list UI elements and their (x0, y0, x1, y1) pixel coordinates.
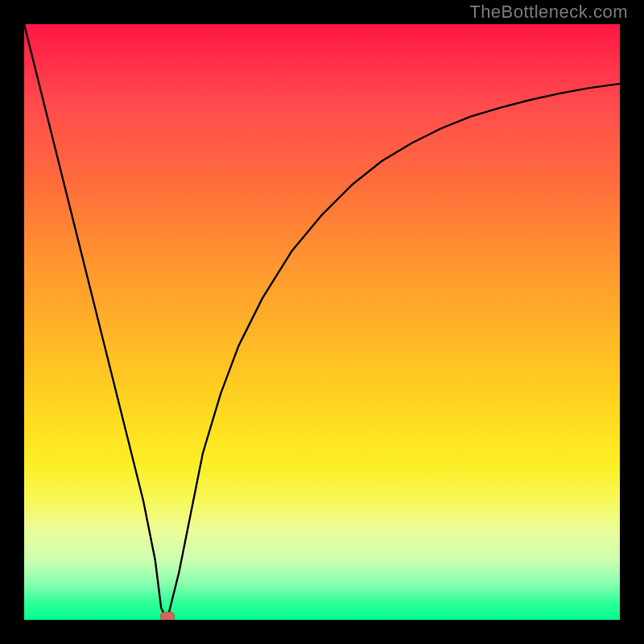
plot-area (24, 24, 620, 620)
optimal-point-marker (160, 612, 175, 620)
bottleneck-curve (24, 24, 620, 620)
chart-frame: TheBottleneck.com (0, 0, 644, 644)
watermark-text: TheBottleneck.com (469, 2, 628, 23)
